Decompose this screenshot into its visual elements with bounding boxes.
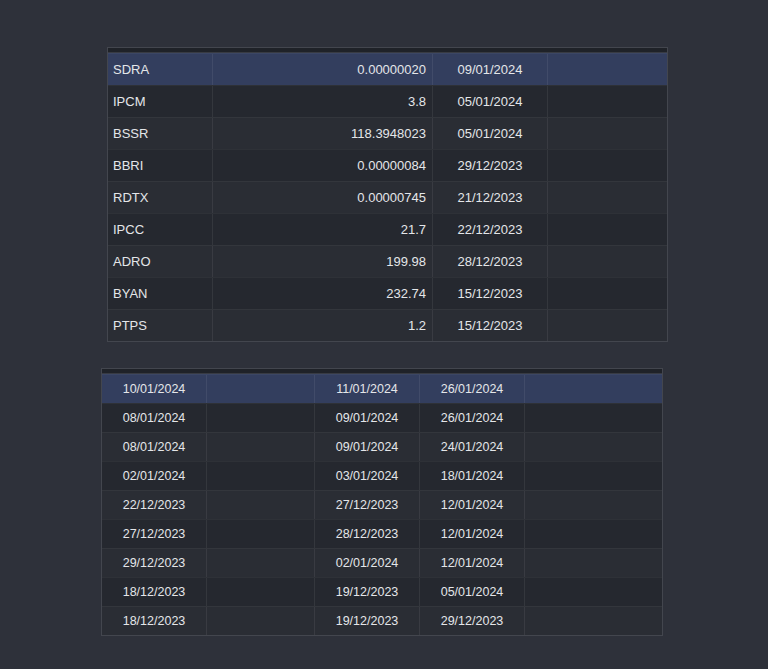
empty-cell	[525, 578, 662, 606]
table-row[interactable]: 18/12/2023 19/12/2023 05/01/2024	[102, 577, 662, 606]
empty-cell	[525, 404, 662, 432]
date-cell: 21/12/2023	[433, 182, 548, 213]
value-cell: 1.2	[213, 310, 433, 341]
table-row[interactable]: RDTX 0.00000745 21/12/2023	[108, 181, 667, 213]
date-cell: 09/01/2024	[315, 404, 420, 432]
empty-cell	[207, 520, 315, 548]
ticker-cell: RDTX	[108, 182, 213, 213]
date-cell: 12/01/2024	[420, 549, 525, 577]
empty-cell	[548, 118, 667, 149]
empty-cell	[548, 182, 667, 213]
date-cell: 08/01/2024	[102, 404, 207, 432]
value-cell: 118.3948023	[213, 118, 433, 149]
date-cell: 02/01/2024	[315, 549, 420, 577]
date-cell: 05/01/2024	[433, 86, 548, 117]
date-cell: 11/01/2024	[315, 375, 420, 403]
empty-cell	[207, 462, 315, 490]
table-row[interactable]: BSSR 118.3948023 05/01/2024	[108, 117, 667, 149]
ticker-cell: PTPS	[108, 310, 213, 341]
empty-cell	[207, 375, 315, 403]
empty-cell	[525, 491, 662, 519]
date-cell: 18/12/2023	[102, 578, 207, 606]
value-cell: 0.00000084	[213, 150, 433, 181]
table-row[interactable]: BBRI 0.00000084 29/12/2023	[108, 149, 667, 181]
table-row-selected[interactable]: SDRA 0.00000020 09/01/2024	[108, 53, 667, 85]
date-cell: 27/12/2023	[315, 491, 420, 519]
empty-cell	[207, 491, 315, 519]
date-cell: 12/01/2024	[420, 520, 525, 548]
empty-cell	[548, 86, 667, 117]
empty-cell	[548, 278, 667, 309]
ticker-cell: BBRI	[108, 150, 213, 181]
value-cell: 0.00000020	[213, 54, 433, 85]
value-cell: 0.00000745	[213, 182, 433, 213]
empty-cell	[207, 433, 315, 461]
date-cell: 19/12/2023	[315, 607, 420, 635]
table-row-selected[interactable]: 10/01/2024 11/01/2024 26/01/2024	[102, 374, 662, 403]
date-cell: 15/12/2023	[433, 310, 548, 341]
table-row[interactable]: 22/12/2023 27/12/2023 12/01/2024	[102, 490, 662, 519]
table-row[interactable]: 08/01/2024 09/01/2024 26/01/2024	[102, 403, 662, 432]
table-row[interactable]: BYAN 232.74 15/12/2023	[108, 277, 667, 309]
date-cell: 10/01/2024	[102, 375, 207, 403]
empty-cell	[207, 578, 315, 606]
date-cell: 03/01/2024	[315, 462, 420, 490]
ticker-cell: IPCM	[108, 86, 213, 117]
ticker-table: SDRA 0.00000020 09/01/2024 IPCM 3.8 05/0…	[107, 47, 668, 342]
table-row[interactable]: ADRO 199.98 28/12/2023	[108, 245, 667, 277]
table-row[interactable]: 27/12/2023 28/12/2023 12/01/2024	[102, 519, 662, 548]
app-background: SDRA 0.00000020 09/01/2024 IPCM 3.8 05/0…	[0, 0, 768, 669]
table-row[interactable]: 29/12/2023 02/01/2024 12/01/2024	[102, 548, 662, 577]
empty-cell	[525, 607, 662, 635]
table-row[interactable]: 02/01/2024 03/01/2024 18/01/2024	[102, 461, 662, 490]
date-cell: 24/01/2024	[420, 433, 525, 461]
dates-table: 10/01/2024 11/01/2024 26/01/2024 08/01/2…	[101, 368, 663, 636]
empty-cell	[207, 549, 315, 577]
date-cell: 22/12/2023	[433, 214, 548, 245]
date-cell: 05/01/2024	[433, 118, 548, 149]
table-row[interactable]: IPCM 3.8 05/01/2024	[108, 85, 667, 117]
ticker-cell: ADRO	[108, 246, 213, 277]
date-cell: 12/01/2024	[420, 491, 525, 519]
date-cell: 28/12/2023	[315, 520, 420, 548]
value-cell: 232.74	[213, 278, 433, 309]
date-cell: 18/01/2024	[420, 462, 525, 490]
empty-cell	[548, 310, 667, 341]
ticker-cell: IPCC	[108, 214, 213, 245]
empty-cell	[207, 404, 315, 432]
value-cell: 3.8	[213, 86, 433, 117]
empty-cell	[525, 375, 662, 403]
date-cell: 27/12/2023	[102, 520, 207, 548]
ticker-cell: BYAN	[108, 278, 213, 309]
empty-cell	[525, 462, 662, 490]
value-cell: 199.98	[213, 246, 433, 277]
date-cell: 18/12/2023	[102, 607, 207, 635]
empty-cell	[525, 549, 662, 577]
date-cell: 08/01/2024	[102, 433, 207, 461]
empty-cell	[548, 54, 667, 85]
empty-cell	[207, 607, 315, 635]
value-cell: 21.7	[213, 214, 433, 245]
table-row[interactable]: 08/01/2024 09/01/2024 24/01/2024	[102, 432, 662, 461]
date-cell: 22/12/2023	[102, 491, 207, 519]
date-cell: 05/01/2024	[420, 578, 525, 606]
date-cell: 15/12/2023	[433, 278, 548, 309]
date-cell: 09/01/2024	[433, 54, 548, 85]
date-cell: 19/12/2023	[315, 578, 420, 606]
date-cell: 29/12/2023	[420, 607, 525, 635]
table-row[interactable]: PTPS 1.2 15/12/2023	[108, 309, 667, 341]
empty-cell	[548, 150, 667, 181]
date-cell: 09/01/2024	[315, 433, 420, 461]
table-row[interactable]: IPCC 21.7 22/12/2023	[108, 213, 667, 245]
date-cell: 26/01/2024	[420, 375, 525, 403]
empty-cell	[548, 246, 667, 277]
empty-cell	[525, 520, 662, 548]
empty-cell	[548, 214, 667, 245]
date-cell: 26/01/2024	[420, 404, 525, 432]
date-cell: 02/01/2024	[102, 462, 207, 490]
ticker-cell: BSSR	[108, 118, 213, 149]
date-cell: 29/12/2023	[433, 150, 548, 181]
empty-cell	[525, 433, 662, 461]
table-row[interactable]: 18/12/2023 19/12/2023 29/12/2023	[102, 606, 662, 635]
date-cell: 28/12/2023	[433, 246, 548, 277]
